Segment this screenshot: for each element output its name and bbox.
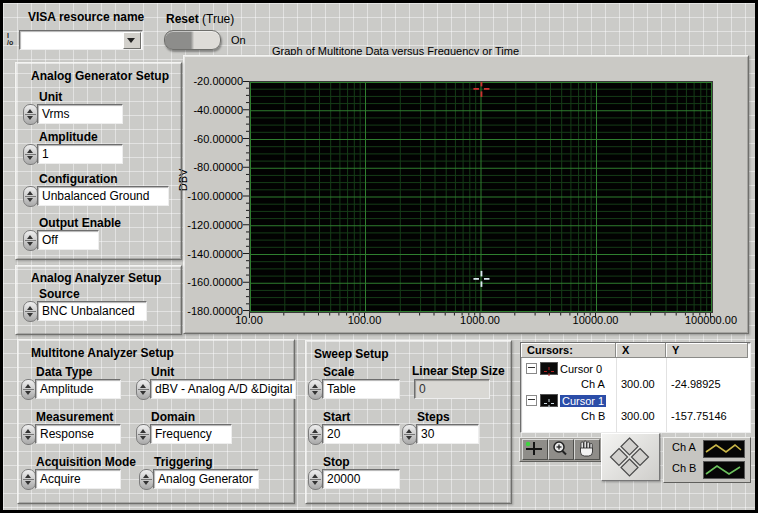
unit-spinner[interactable] xyxy=(136,379,151,400)
down-arrow-icon[interactable] xyxy=(406,436,412,440)
down-arrow-icon[interactable] xyxy=(25,391,31,395)
down-arrow-icon[interactable] xyxy=(143,481,149,485)
green-dot-icon xyxy=(526,442,530,446)
triggering-spinner[interactable] xyxy=(139,469,154,490)
output-enable-ring[interactable]: Off xyxy=(37,230,99,250)
start-input[interactable]: 20 xyxy=(322,424,400,444)
down-arrow-icon[interactable] xyxy=(27,156,33,160)
unit-ring[interactable]: Vrms xyxy=(37,104,123,124)
column-divider xyxy=(666,358,667,432)
down-arrow-icon[interactable] xyxy=(27,116,33,120)
amplitude-label: Amplitude xyxy=(39,130,98,144)
down-arrow-icon[interactable] xyxy=(27,198,33,202)
y-tick-label: -80.00000 xyxy=(184,161,243,173)
dropdown-button[interactable] xyxy=(123,32,141,49)
up-arrow-icon[interactable] xyxy=(312,474,318,478)
up-arrow-icon[interactable] xyxy=(27,109,33,113)
down-arrow-icon[interactable] xyxy=(25,436,31,440)
down-arrow-icon[interactable] xyxy=(312,391,318,395)
cursor-x-value: 300.00 xyxy=(621,409,655,423)
panel-title: Analog Generator Setup xyxy=(31,69,169,83)
cursor-y-value: -157.75146 xyxy=(671,409,727,423)
output-enable-spinner[interactable] xyxy=(23,230,38,251)
legend-item-ch-b[interactable]: Ch B xyxy=(664,459,750,479)
steps-input[interactable]: 30 xyxy=(416,424,479,444)
up-arrow-icon[interactable] xyxy=(27,235,33,239)
cursor1-style-icon[interactable] xyxy=(540,394,558,407)
source-ring[interactable]: BNC Unbalanced xyxy=(37,301,147,321)
visa-resource-combo[interactable] xyxy=(19,30,143,50)
up-arrow-icon[interactable] xyxy=(25,474,31,478)
source-spinner[interactable] xyxy=(23,301,38,322)
stop-input[interactable]: 20000 xyxy=(322,469,400,489)
cursors-column-header[interactable]: Cursors: xyxy=(521,343,616,358)
triggering-label: Triggering xyxy=(154,455,213,469)
down-arrow-icon[interactable] xyxy=(312,436,318,440)
unit-ring[interactable]: dBV - Analog A/D &Digital xyxy=(150,379,296,399)
acquisition-mode-ring[interactable]: Acquire xyxy=(35,469,121,489)
cursor0-style-icon[interactable] xyxy=(540,362,558,375)
up-arrow-icon[interactable] xyxy=(140,384,146,388)
up-arrow-icon[interactable] xyxy=(27,306,33,310)
cursor-mover-button[interactable] xyxy=(601,433,660,481)
y-column-header[interactable]: Y xyxy=(666,343,748,358)
multitone-analyzer-setup-panel: Multitone Analyzer Setup Data Type Ampli… xyxy=(17,339,295,504)
data-type-spinner[interactable] xyxy=(21,379,36,400)
amplitude-spinner[interactable] xyxy=(23,144,38,165)
cursor-row-label[interactable]: Cursor 1 xyxy=(560,394,606,408)
stop-spinner[interactable] xyxy=(308,469,323,490)
domain-label: Domain xyxy=(151,410,195,424)
down-arrow-icon[interactable] xyxy=(25,481,31,485)
configuration-ring[interactable]: Unbalanced Ground xyxy=(37,186,169,206)
plot-line-sample[interactable] xyxy=(703,461,745,479)
plot-line-sample[interactable] xyxy=(703,440,745,458)
y-tick-label: -20.00000 xyxy=(184,75,243,87)
up-arrow-icon[interactable] xyxy=(143,474,149,478)
legend-item-ch-a[interactable]: Ch A xyxy=(664,438,750,458)
channel-row-label[interactable]: Ch B xyxy=(581,409,605,423)
down-arrow-icon[interactable] xyxy=(140,391,146,395)
acquisition-mode-label: Acquisition Mode xyxy=(36,455,136,469)
tree-collapse-icon[interactable] xyxy=(526,395,537,406)
hand-icon xyxy=(575,440,597,457)
cursor-row-label[interactable]: Cursor 0 xyxy=(560,362,602,376)
measurement-ring[interactable]: Response xyxy=(35,424,121,444)
up-arrow-icon[interactable] xyxy=(406,429,412,433)
up-arrow-icon[interactable] xyxy=(25,429,31,433)
up-arrow-icon[interactable] xyxy=(27,149,33,153)
source-label: Source xyxy=(39,287,80,301)
up-arrow-icon[interactable] xyxy=(27,191,33,195)
amplitude-input[interactable]: 1 xyxy=(37,144,123,164)
configuration-spinner[interactable] xyxy=(23,186,38,207)
down-arrow-icon[interactable] xyxy=(312,481,318,485)
channel-row-label[interactable]: Ch A xyxy=(581,377,605,391)
down-arrow-icon[interactable] xyxy=(140,436,146,440)
start-spinner[interactable] xyxy=(308,424,323,445)
plot-area[interactable] xyxy=(249,81,713,313)
pan-tool-button[interactable] xyxy=(574,439,600,460)
up-arrow-icon[interactable] xyxy=(312,429,318,433)
sweep-setup-panel: Sweep Setup Scale Table Linear Step Size… xyxy=(305,340,512,504)
measurement-spinner[interactable] xyxy=(21,424,36,445)
y-tick-labels: -20.00000-40.00000-60.00000-80.00000-100… xyxy=(184,81,243,311)
cursor-move-tool-button[interactable] xyxy=(522,439,548,460)
up-arrow-icon[interactable] xyxy=(140,429,146,433)
acquisition-mode-spinner[interactable] xyxy=(21,469,36,490)
up-arrow-icon[interactable] xyxy=(25,384,31,388)
scale-ring[interactable]: Table xyxy=(322,379,400,399)
steps-spinner[interactable] xyxy=(402,424,417,445)
zoom-tool-button[interactable] xyxy=(548,439,574,460)
tree-collapse-icon[interactable] xyxy=(526,363,537,374)
down-arrow-icon[interactable] xyxy=(27,242,33,246)
triggering-ring[interactable]: Analog Generator xyxy=(153,469,259,489)
y-tick-label: -40.00000 xyxy=(184,104,243,116)
down-arrow-icon[interactable] xyxy=(27,313,33,317)
domain-ring[interactable]: Frequency xyxy=(150,424,232,444)
up-arrow-icon[interactable] xyxy=(312,384,318,388)
scale-spinner[interactable] xyxy=(308,379,323,400)
domain-spinner[interactable] xyxy=(136,424,151,445)
unit-spinner[interactable] xyxy=(23,104,38,125)
data-type-ring[interactable]: Amplitude xyxy=(35,379,121,399)
x-column-header[interactable]: X xyxy=(616,343,666,358)
legend-label: Ch A xyxy=(672,441,696,453)
